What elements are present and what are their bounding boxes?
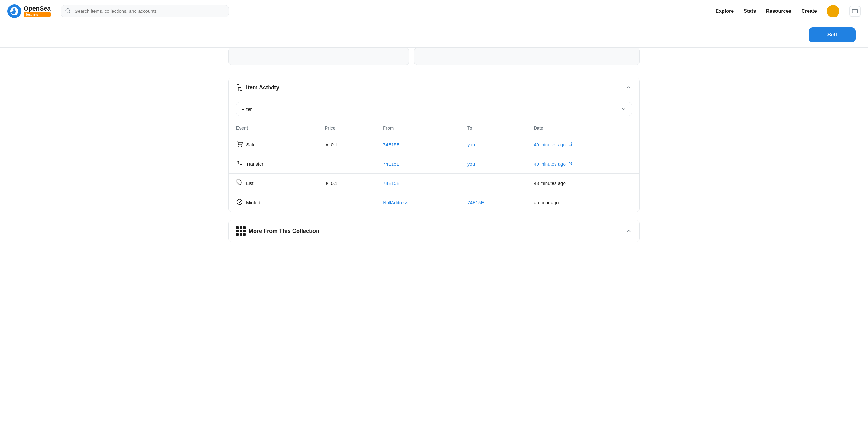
from-cell[interactable]: 74E15E [375, 155, 460, 174]
from-cell[interactable]: 74E15E [375, 135, 460, 155]
to-cell[interactable]: you [460, 135, 526, 155]
placeholder-card-left [228, 48, 409, 65]
from-link[interactable]: 74E15E [383, 180, 399, 186]
svg-point-4 [242, 146, 242, 147]
sell-button[interactable]: Sell [809, 27, 856, 42]
col-to: To [460, 121, 526, 135]
from-link[interactable]: NullAddress [383, 200, 408, 205]
activity-table-body: Sale0.174E15Eyou40 minutes agoTransfer74… [229, 135, 639, 212]
col-event: Event [229, 121, 317, 135]
date-cell[interactable]: 40 minutes ago [526, 135, 639, 155]
search-bar [61, 5, 229, 17]
item-activity-header[interactable]: Item Activity [229, 78, 639, 97]
external-link-icon[interactable] [568, 142, 572, 147]
nav-create[interactable]: Create [801, 8, 817, 14]
svg-point-8 [237, 199, 242, 205]
logo-text: OpenSea [24, 5, 51, 11]
main-content: Item Activity Filter Event Price From [216, 48, 652, 242]
more-collection-chevron-up-icon [626, 228, 632, 234]
more-collection-title: More From This Collection [249, 228, 319, 234]
search-icon [65, 8, 71, 14]
chevron-up-icon [626, 84, 632, 91]
to-cell[interactable]: you [460, 155, 526, 174]
svg-line-1 [69, 11, 70, 12]
event-cell: Transfer [229, 155, 317, 174]
nav-wallet-icon[interactable] [849, 6, 861, 17]
svg-rect-2 [852, 9, 858, 13]
table-header: Event Price From To Date [229, 121, 639, 135]
col-price: Price [317, 121, 375, 135]
date-cell: 43 minutes ago [526, 174, 639, 193]
event-type-icon [236, 141, 243, 148]
nav-avatar[interactable] [827, 5, 839, 18]
search-input[interactable] [61, 5, 229, 17]
to-link[interactable]: you [467, 142, 475, 147]
sell-bar: Sell [0, 23, 868, 48]
external-link-icon[interactable] [568, 161, 572, 167]
price-cell [317, 193, 375, 212]
filter-label: Filter [242, 106, 252, 112]
more-collection-section: More From This Collection [228, 220, 640, 242]
from-link[interactable]: 74E15E [383, 142, 399, 147]
col-date: Date [526, 121, 639, 135]
event-cell: Minted [229, 193, 317, 212]
more-collection-header[interactable]: More From This Collection [229, 220, 639, 242]
item-activity-section: Item Activity Filter Event Price From [228, 77, 640, 212]
nav-explore[interactable]: Explore [716, 8, 734, 14]
logo-icon [7, 4, 21, 18]
activity-table: Event Price From To Date Sale0.174E15Eyo… [229, 121, 639, 212]
table-row: MintedNullAddress74E15Ean hour ago [229, 193, 639, 212]
to-link[interactable]: 74E15E [467, 200, 484, 205]
logo-link[interactable]: OpenSea Testnets [7, 4, 51, 18]
svg-line-6 [570, 162, 572, 164]
date-link[interactable]: 40 minutes ago [534, 161, 566, 167]
activity-icon [236, 84, 243, 91]
nav-stats[interactable]: Stats [744, 8, 756, 14]
filter-row: Filter [229, 97, 639, 121]
price-cell: 0.1 [317, 135, 375, 155]
date-link[interactable]: 40 minutes ago [534, 142, 566, 147]
table-row: List0.174E15E43 minutes ago [229, 174, 639, 193]
svg-point-0 [66, 8, 69, 12]
logo-text-wrapper: OpenSea Testnets [24, 5, 51, 17]
filter-chevron-down-icon [621, 106, 626, 112]
svg-line-5 [570, 143, 572, 144]
from-cell[interactable]: 74E15E [375, 174, 460, 193]
placeholder-row [228, 48, 640, 70]
col-from: From [375, 121, 460, 135]
to-cell[interactable]: 74E15E [460, 193, 526, 212]
event-type-icon [236, 179, 243, 187]
to-cell [460, 174, 526, 193]
svg-point-3 [239, 146, 239, 147]
price-cell: 0.1 [317, 174, 375, 193]
event-type-icon [236, 160, 243, 168]
filter-select[interactable]: Filter [236, 102, 632, 116]
nav-resources[interactable]: Resources [766, 8, 792, 14]
table-row: Transfer74E15Eyou40 minutes ago [229, 155, 639, 174]
event-cell: Sale [229, 135, 317, 155]
from-link[interactable]: 74E15E [383, 161, 399, 167]
event-cell: List [229, 174, 317, 193]
more-collection-header-left: More From This Collection [236, 226, 319, 236]
table-row: Sale0.174E15Eyou40 minutes ago [229, 135, 639, 155]
event-type-icon [236, 199, 243, 206]
date-cell: an hour ago [526, 193, 639, 212]
placeholder-card-right [414, 48, 640, 65]
nav-links: Explore Stats Resources Create [716, 5, 861, 18]
testnets-badge: Testnets [24, 12, 51, 17]
price-cell [317, 155, 375, 174]
item-activity-header-left: Item Activity [236, 84, 279, 91]
from-cell[interactable]: NullAddress [375, 193, 460, 212]
item-activity-title: Item Activity [246, 84, 279, 91]
to-link[interactable]: you [467, 161, 475, 167]
navbar: OpenSea Testnets Explore Stats Resources… [0, 0, 868, 23]
date-cell[interactable]: 40 minutes ago [526, 155, 639, 174]
grid-icon [236, 226, 246, 236]
